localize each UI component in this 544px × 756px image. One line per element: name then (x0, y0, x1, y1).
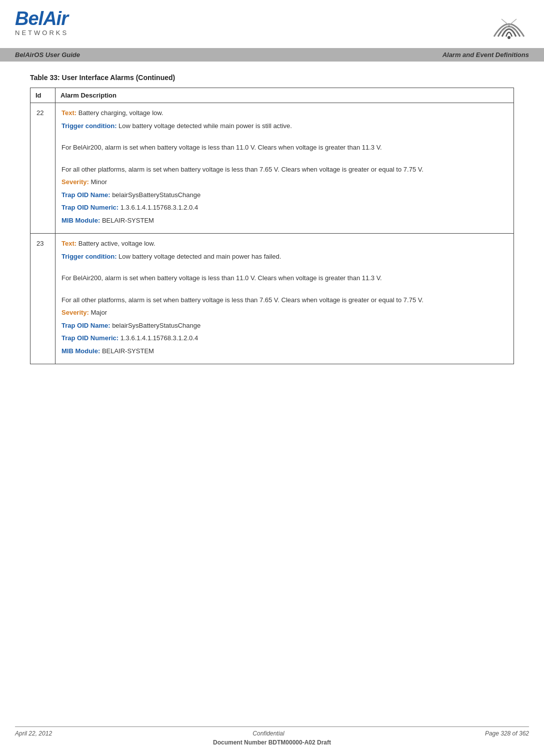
footer-divider (15, 726, 529, 727)
alarm-label: Trap OID Numeric: (62, 204, 118, 211)
page-header: BelAir NETWORKS (0, 0, 544, 43)
alarm-line: For all other platforms, alarm is set wh… (62, 295, 508, 305)
alarm-line: For BelAir200, alarm is set when battery… (62, 143, 508, 153)
footer-page: Page 328 of 362 (485, 730, 529, 737)
alarm-line: Severity: Major (62, 308, 508, 318)
logo-belair: BelAir (15, 9, 68, 28)
row-desc-22: Text: Battery charging, voltage low.Trig… (56, 103, 514, 234)
alarm-line: For BelAir200, alarm is set when battery… (62, 273, 508, 283)
row-id-22: 22 (30, 103, 56, 234)
alarm-line: Trap OID Numeric: 1.3.6.1.4.1.15768.3.1.… (62, 203, 508, 213)
alarm-line: Text: Battery charging, voltage low. (62, 108, 508, 118)
alarm-line: Trap OID Name: belairSysBatteryStatusCha… (62, 321, 508, 331)
alarm-line: Trap OID Numeric: 1.3.6.1.4.1.15768.3.1.… (62, 333, 508, 343)
alarm-line: Trigger condition: Low battery voltage d… (62, 252, 508, 262)
alarm-label: Trigger condition: (62, 122, 117, 130)
table-header-row: Id Alarm Description (30, 88, 514, 103)
alarm-table: Id Alarm Description 22Text: Battery cha… (30, 88, 514, 364)
alarm-label: Trap OID Numeric: (62, 334, 118, 342)
footer-doc-number: Document Number BDTM00000-A02 Draft (15, 739, 529, 746)
footer-date: April 22, 2012 (15, 730, 52, 737)
page-footer: April 22, 2012 Confidential Page 328 of … (0, 726, 544, 746)
alarm-label: Severity: (62, 178, 89, 186)
footer-confidential: Confidential (252, 730, 284, 737)
alarm-line: Severity: Minor (62, 177, 508, 187)
alarm-label: MIB Module: (62, 347, 100, 355)
table-row: 22Text: Battery charging, voltage low.Tr… (30, 103, 514, 234)
spacer (62, 286, 508, 290)
alarm-line: MIB Module: BELAIR-SYSTEM (62, 346, 508, 356)
logo-container: BelAir NETWORKS (15, 9, 68, 37)
nav-left-label: BelAirOS User Guide (15, 51, 80, 59)
alarm-line: Text: Battery active, voltage low. (62, 239, 508, 249)
nav-bar: BelAirOS User Guide Alarm and Event Defi… (0, 48, 544, 62)
main-content: Table 33: User Interface Alarms (Continu… (0, 62, 544, 364)
alarm-label: Text: (62, 240, 76, 247)
logo-networks: NETWORKS (15, 29, 68, 37)
table-row: 23Text: Battery active, voltage low.Trig… (30, 234, 514, 364)
alarm-line: For all other platforms, alarm is set wh… (62, 165, 508, 175)
header-logo-icon (489, 9, 529, 43)
alarm-label: Severity: (62, 309, 89, 316)
alarm-line: Trigger condition: Low battery voltage d… (62, 121, 508, 131)
spacer (62, 156, 508, 160)
alarm-label: Trap OID Name: (62, 191, 110, 199)
footer-top: April 22, 2012 Confidential Page 328 of … (15, 730, 529, 737)
svg-point-0 (508, 36, 510, 39)
row-desc-23: Text: Battery active, voltage low.Trigge… (56, 234, 514, 364)
alarm-label: Trigger condition: (62, 253, 117, 260)
nav-right-label: Alarm and Event Definitions (442, 51, 529, 59)
spacer (62, 264, 508, 268)
alarm-label: Text: (62, 109, 76, 117)
row-id-23: 23 (30, 234, 56, 364)
col-desc-header: Alarm Description (56, 88, 514, 103)
spacer (62, 134, 508, 138)
alarm-label: Trap OID Name: (62, 322, 110, 329)
col-id-header: Id (30, 88, 56, 103)
alarm-line: Trap OID Name: belairSysBatteryStatusCha… (62, 190, 508, 200)
table-title: Table 33: User Interface Alarms (Continu… (30, 74, 514, 82)
alarm-line: MIB Module: BELAIR-SYSTEM (62, 216, 508, 226)
alarm-label: MIB Module: (62, 217, 100, 224)
